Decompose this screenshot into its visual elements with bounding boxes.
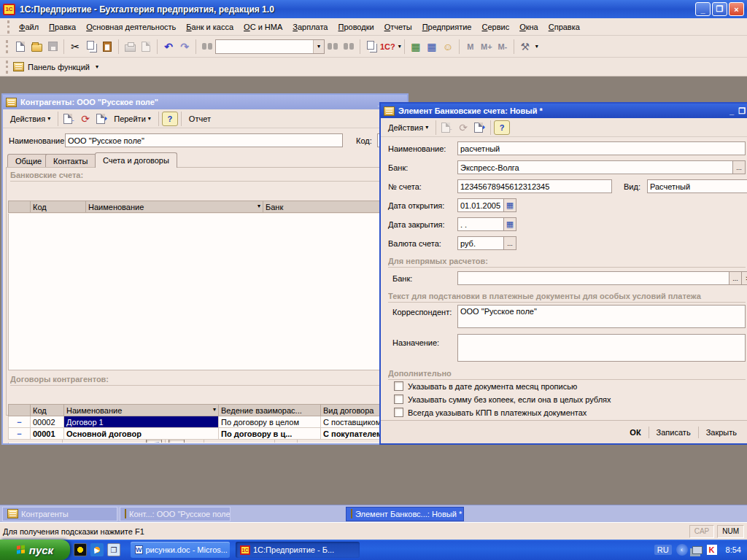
contracts-table-body[interactable] xyxy=(8,443,405,445)
indirect-bank-open-button[interactable]: > xyxy=(742,271,747,285)
memory-plus-button[interactable]: M+ xyxy=(479,39,495,55)
chevron-down-icon[interactable]: ▾ xyxy=(313,40,324,53)
function-panel-button[interactable]: Панель функций ▾ xyxy=(12,59,99,75)
save-icon[interactable] xyxy=(44,39,61,55)
contractors-window-titlebar[interactable]: Контрагенты: ООО "Русское поле" _ xyxy=(3,95,407,109)
filter-menu-icon[interactable]: ▾ xyxy=(239,439,255,445)
checkbox-month-in-words[interactable]: Указывать в дате документа месяц пропись… xyxy=(394,381,577,391)
close-date-calendar-icon[interactable]: ▦ xyxy=(504,217,516,231)
memory-minus-button[interactable]: M- xyxy=(495,39,511,55)
clear-filter-icon[interactable] xyxy=(255,439,271,445)
close-button[interactable]: Закрыть xyxy=(699,425,744,440)
report-button[interactable]: Отчет xyxy=(185,113,215,125)
taskbar-item-word[interactable]: W рисунки.doc - Micros... xyxy=(131,542,230,558)
find-next-icon[interactable] xyxy=(325,39,341,55)
mdi-tab-contractors-list[interactable]: Контрагенты xyxy=(2,507,117,521)
about-1c-icon[interactable]: 1С? xyxy=(379,39,396,55)
calculator-icon[interactable]: ▦ xyxy=(408,39,424,55)
hierarchy-view-icon[interactable] xyxy=(146,439,162,445)
new-document-icon[interactable] xyxy=(12,39,28,55)
goto-button[interactable]: Перейти▾ xyxy=(109,113,155,125)
col-settlement[interactable]: Ведение взаиморас... xyxy=(219,405,321,416)
copy-window-icon[interactable] xyxy=(363,39,379,55)
cut-icon[interactable]: ✂ xyxy=(67,39,83,55)
write-icon[interactable]: ← xyxy=(61,111,77,127)
search-combobox[interactable]: ▾ xyxy=(215,39,325,54)
app-close-button[interactable]: × xyxy=(729,2,744,16)
hide-icons-chevron[interactable]: ‹ xyxy=(676,544,688,556)
move-item-icon[interactable] xyxy=(185,439,201,445)
network-icon[interactable] xyxy=(692,546,703,554)
media-player-icon[interactable]: ▶ xyxy=(90,543,104,556)
app-minimize-button[interactable]: _ xyxy=(695,2,711,16)
correspondent-field[interactable]: ООО "Русское поле" xyxy=(457,305,746,328)
menu-enterprise[interactable]: Предприятие xyxy=(417,20,477,34)
purpose-field[interactable] xyxy=(457,334,746,362)
bank-select-button[interactable]: ... xyxy=(733,160,746,174)
filter-by-value-icon[interactable] xyxy=(223,439,239,445)
reread-icon[interactable]: ⟳ xyxy=(77,111,93,127)
bank-accounts-table[interactable]: Код Наименование▾ Банк xyxy=(8,201,405,213)
kaspersky-icon[interactable]: K xyxy=(707,545,717,555)
element-window-titlebar[interactable]: Элемент Банковские счета: Новый * _ ❐ xyxy=(381,104,747,118)
menu-bank-cash[interactable]: Банк и касса xyxy=(181,20,239,34)
write-icon[interactable]: ← xyxy=(439,120,455,136)
indirect-bank-select-button[interactable]: ... xyxy=(729,271,742,285)
app-titlebar[interactable]: 1С 1С:Предприятие - Бухгалтерия предприя… xyxy=(0,0,747,18)
chevron-down-icon[interactable]: ▾ xyxy=(535,43,538,50)
taskbar-item-1c[interactable]: 1С 1С:Предприятие - Б... xyxy=(236,542,360,558)
help-button[interactable]: ? xyxy=(162,112,178,126)
mdi-tab-contractor[interactable]: Конт...: ООО "Русское поле" xyxy=(120,507,231,521)
menu-main-activity[interactable]: Основная деятельность xyxy=(81,20,181,34)
menu-service[interactable]: Сервис xyxy=(476,20,514,34)
window-minimize-button[interactable]: _ ❐ xyxy=(729,106,746,116)
kind-field[interactable]: Расчетный xyxy=(647,179,747,193)
name-field[interactable]: расчетный xyxy=(457,141,746,155)
indirect-bank-field[interactable] xyxy=(457,271,729,285)
checkbox-icon[interactable] xyxy=(394,394,403,404)
checkbox-sum-without-kopecks[interactable]: Указывать сумму без копеек, если она в ц… xyxy=(394,394,611,404)
quick-launch-icon-1[interactable] xyxy=(74,543,87,556)
app-restore-button[interactable]: ❐ xyxy=(712,2,727,16)
tab-contacts[interactable]: Контакты xyxy=(45,154,96,168)
list-levels-icon[interactable] xyxy=(169,439,185,445)
undo-icon[interactable]: ↶ xyxy=(160,39,177,55)
checkbox-always-kpp[interactable]: Всегда указывать КПП в платежных докумен… xyxy=(394,408,587,417)
menu-reports[interactable]: Отчеты xyxy=(379,20,417,34)
col-name[interactable]: Наименование▾ xyxy=(64,405,219,416)
checkbox-icon[interactable] xyxy=(394,381,403,391)
print-preview-icon[interactable] xyxy=(138,39,154,55)
print-icon[interactable] xyxy=(122,39,138,55)
advisor-icon[interactable]: ☺ xyxy=(440,39,456,55)
calendar-icon[interactable]: ▦ xyxy=(424,39,440,55)
open-icon[interactable] xyxy=(28,39,44,55)
contracts-table[interactable]: Код Наименование▾ Ведение взаиморас... В… xyxy=(8,404,405,440)
menu-salary[interactable]: Зарплата xyxy=(287,20,333,34)
col-name[interactable]: Наименование▾ xyxy=(86,201,263,213)
tab-accounts-contracts[interactable]: Счета и договоры xyxy=(95,152,177,168)
write-button[interactable]: Записать xyxy=(649,425,698,440)
redo-icon[interactable]: ↷ xyxy=(177,39,193,55)
menu-windows[interactable]: Окна xyxy=(514,20,543,34)
go-icon[interactable]: ↪ xyxy=(93,111,109,127)
actions-button[interactable]: Действия▾ xyxy=(6,113,55,125)
open-date-calendar-icon[interactable]: ▦ xyxy=(504,198,516,212)
memory-recall-button[interactable]: M xyxy=(462,39,479,55)
tab-general[interactable]: Общие xyxy=(7,154,50,168)
delete-icon[interactable] xyxy=(130,439,146,445)
table-row[interactable]: − 00001 Основной договор По договору в ц… xyxy=(9,428,405,440)
help-button[interactable]: ? xyxy=(494,120,510,135)
show-desktop-icon[interactable]: ❐ xyxy=(107,543,120,556)
language-indicator[interactable]: RU xyxy=(654,545,672,555)
edit-icon[interactable] xyxy=(114,439,130,445)
service-tools-icon[interactable]: ⚒ xyxy=(517,39,533,55)
paste-icon[interactable] xyxy=(99,39,115,55)
menu-file[interactable]: Файл xyxy=(14,20,44,34)
bank-accounts-table-body[interactable] xyxy=(8,214,405,370)
bank-field[interactable]: Экспресс-Волга xyxy=(457,160,733,174)
go-icon[interactable]: ↪ xyxy=(471,120,487,136)
col-code[interactable]: Код xyxy=(31,201,86,213)
add-icon[interactable] xyxy=(66,439,82,445)
currency-select-button[interactable]: ... xyxy=(504,236,516,250)
add-group-icon[interactable] xyxy=(82,439,98,445)
